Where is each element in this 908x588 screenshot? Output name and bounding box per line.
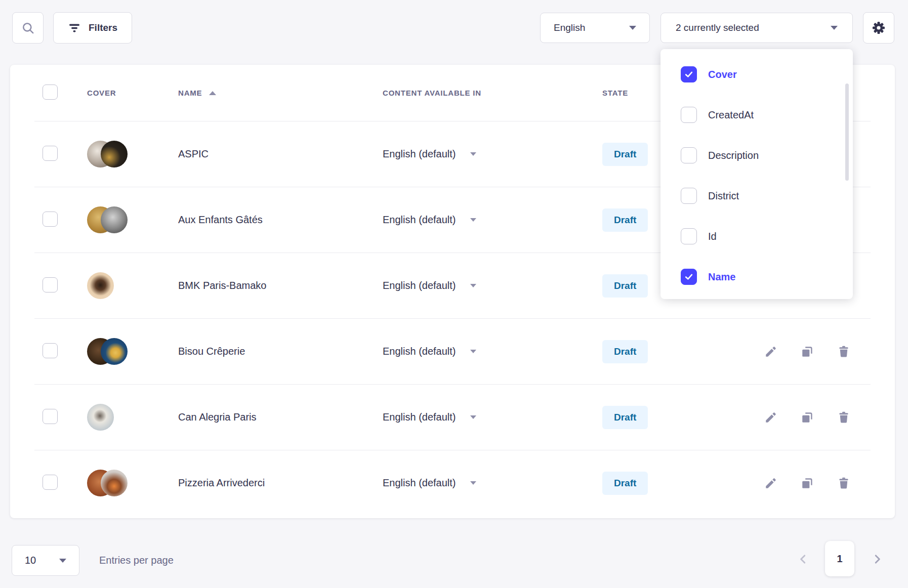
status-badge: Draft	[602, 472, 648, 495]
delete-button[interactable]	[832, 340, 855, 363]
row-name: BMK Paris-Bamako	[178, 280, 383, 291]
cover-avatars	[87, 272, 178, 299]
cover-avatar	[101, 470, 128, 496]
column-option-name[interactable]: Name	[661, 257, 853, 297]
checkbox-checked-icon	[681, 269, 697, 285]
row-locale: English (default)	[383, 477, 456, 489]
cover-avatar	[101, 206, 128, 233]
filter-icon	[68, 22, 81, 34]
column-option-createdat[interactable]: CreatedAt	[661, 95, 853, 135]
duplicate-button[interactable]	[796, 406, 819, 429]
next-page-button[interactable]	[866, 548, 888, 570]
row-checkbox[interactable]	[43, 343, 58, 358]
row-name: Pizzeria Arrivederci	[178, 477, 383, 489]
page-1-button[interactable]: 1	[825, 541, 854, 576]
row-checkbox[interactable]	[43, 475, 58, 490]
filters-button[interactable]: Filters	[53, 12, 132, 44]
duplicate-button[interactable]	[796, 340, 819, 363]
page-size-select[interactable]: 10	[12, 545, 79, 576]
table-row: Bisou Crêperie English (default) Draft	[34, 318, 871, 384]
settings-button[interactable]	[863, 12, 894, 44]
checkbox-icon	[681, 228, 697, 244]
row-checkbox[interactable]	[43, 146, 58, 161]
status-badge: Draft	[602, 274, 648, 298]
row-locale: English (default)	[383, 346, 456, 357]
row-checkbox[interactable]	[43, 212, 58, 227]
search-icon	[21, 21, 35, 35]
chevron-down-icon	[59, 559, 66, 563]
status-badge: Draft	[602, 406, 648, 429]
table-row: Pizzeria Arrivederci English (default) D…	[34, 450, 871, 516]
cover-avatars	[87, 404, 178, 431]
delete-button[interactable]	[832, 472, 855, 495]
row-name: Aux Enfants Gâtés	[178, 214, 383, 226]
checkbox-checked-icon	[681, 66, 697, 82]
checkbox-icon	[681, 147, 697, 163]
row-locale: English (default)	[383, 214, 456, 226]
cover-avatars	[87, 141, 178, 167]
chevron-down-icon[interactable]	[470, 218, 476, 222]
column-option-description[interactable]: Description	[661, 135, 853, 176]
columns-select[interactable]: 2 currently selected	[661, 13, 853, 43]
search-button[interactable]	[12, 12, 44, 44]
chevron-down-icon[interactable]	[470, 284, 476, 287]
row-checkbox[interactable]	[43, 409, 58, 424]
status-badge: Draft	[602, 340, 648, 363]
row-checkbox[interactable]	[43, 277, 58, 292]
chevron-down-icon[interactable]	[470, 481, 476, 485]
chevron-right-icon	[871, 553, 884, 566]
row-locale: English (default)	[383, 280, 456, 291]
chevron-down-icon	[831, 26, 838, 30]
row-locale: English (default)	[383, 411, 456, 423]
table-row: Can Alegria Paris English (default) Draf…	[34, 384, 871, 450]
status-badge: Draft	[602, 208, 648, 232]
status-badge: Draft	[602, 143, 648, 166]
column-option-district[interactable]: District	[661, 176, 853, 216]
cover-avatars	[87, 470, 178, 496]
chevron-down-icon	[629, 26, 636, 30]
column-option-id[interactable]: Id	[661, 216, 853, 257]
locale-select[interactable]: English	[540, 13, 650, 43]
cover-avatar	[87, 272, 114, 299]
delete-button[interactable]	[832, 406, 855, 429]
columns-select-value: 2 currently selected	[676, 22, 759, 33]
columns-dropdown-panel: Cover CreatedAt Description District Id …	[661, 49, 853, 299]
row-name: Bisou Crêperie	[178, 346, 383, 357]
sort-ascending-icon	[209, 91, 216, 95]
column-header-name[interactable]: NAME	[178, 89, 383, 97]
duplicate-button[interactable]	[796, 472, 819, 495]
dropdown-scrollbar[interactable]	[845, 83, 849, 181]
chevron-left-icon	[797, 553, 810, 566]
chevron-down-icon[interactable]	[470, 152, 476, 156]
edit-button[interactable]	[759, 406, 782, 429]
column-header-content-available-in: CONTENT AVAILABLE IN	[383, 89, 602, 97]
gear-icon	[871, 20, 887, 36]
cover-avatars	[87, 338, 178, 365]
cover-avatar	[101, 338, 128, 365]
chevron-down-icon[interactable]	[470, 350, 476, 353]
row-name: Can Alegria Paris	[178, 411, 383, 423]
filters-button-label: Filters	[89, 22, 117, 33]
previous-page-button[interactable]	[792, 548, 814, 570]
cover-avatar	[87, 404, 114, 431]
locale-select-value: English	[554, 22, 585, 33]
select-all-checkbox[interactable]	[43, 85, 58, 100]
edit-button[interactable]	[759, 340, 782, 363]
row-locale: English (default)	[383, 148, 456, 160]
row-name: ASPIC	[178, 148, 383, 160]
cover-avatars	[87, 206, 178, 233]
cover-avatar	[101, 141, 128, 167]
checkbox-icon	[681, 107, 697, 123]
entries-per-page-label: Entries per page	[99, 555, 174, 566]
column-header-cover: COVER	[87, 89, 178, 97]
column-option-cover[interactable]: Cover	[661, 54, 853, 95]
edit-button[interactable]	[759, 472, 782, 495]
page-size-value: 10	[25, 555, 36, 566]
chevron-down-icon[interactable]	[470, 415, 476, 419]
checkbox-icon	[681, 188, 697, 204]
